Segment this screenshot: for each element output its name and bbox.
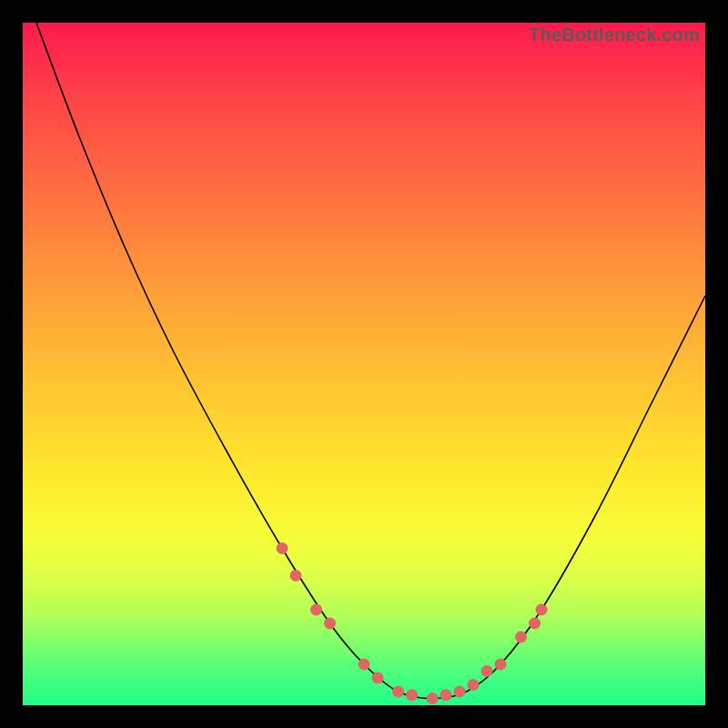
marker-point	[324, 618, 336, 630]
marker-point	[290, 570, 302, 581]
marker-point	[392, 686, 404, 698]
marker-point	[529, 618, 541, 630]
marker-point	[372, 672, 384, 684]
bottleneck-curve	[36, 23, 705, 699]
marker-point	[515, 632, 527, 643]
marker-point	[427, 693, 439, 704]
marker-point	[468, 679, 480, 691]
marker-point	[536, 604, 548, 616]
marker-point	[277, 542, 288, 554]
marker-point	[481, 665, 493, 677]
marker-point	[359, 659, 370, 671]
marker-group	[277, 542, 548, 704]
marker-point	[440, 689, 452, 701]
chart-svg	[23, 23, 705, 705]
marker-point	[310, 604, 322, 616]
marker-point	[454, 686, 466, 698]
chart-plot-area: TheBottleneck.com	[23, 23, 705, 705]
marker-point	[406, 689, 418, 701]
marker-point	[495, 659, 507, 671]
